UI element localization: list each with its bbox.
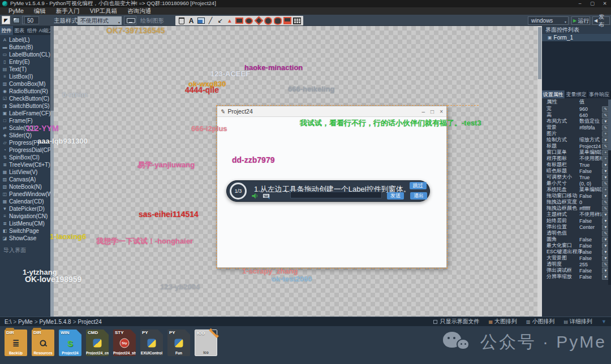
menu-item-1[interactable]: 编辑 [29,7,51,15]
property-value[interactable]: 255 [579,262,601,267]
publish-button[interactable]: ◀ 发布 [592,16,610,25]
theme-style-select[interactable]: 不使用样式 ▾ [78,16,122,25]
widget-item-14[interactable]: ▱Progress(P) [0,139,50,146]
widget-item-1[interactable]: ▬Button(B) [0,44,50,51]
collapse-caret-icon[interactable]: ▼ [601,319,606,324]
ellipse-icon[interactable] [245,17,253,25]
breadcrumb-item-2[interactable]: PyMe1.5.4.8 [39,319,71,325]
property-value[interactable]: False [579,255,601,261]
triangle-icon[interactable]: ▲ [226,17,234,25]
widget-item-17[interactable]: ≣TreeView(Ctl+T) [0,161,50,168]
cylinder-icon[interactable] [274,17,282,25]
properties-tab-1[interactable]: 变量绑定 [565,90,588,98]
widget-item-7[interactable]: ◉RadioButton(R) [0,88,50,95]
widget-item-10[interactable]: ▣LabelFrame(CF) [0,110,50,117]
properties-tab-0[interactable]: 设置属性 [542,90,565,98]
widget-item-4[interactable]: ▤Text(T) [0,66,50,73]
file-Fun[interactable]: PYFun [167,330,190,356]
canvas-vertical-scrollbar[interactable] [537,26,542,317]
properties-scrollbar[interactable] [608,98,611,285]
property-value[interactable]: False [579,243,601,249]
file-ico[interactable]: ICOico [195,330,217,356]
properties-tab-2[interactable]: 事件响应 [588,90,611,98]
keyboard-icon[interactable] [263,192,270,199]
maximize-button[interactable]: ▢ [586,0,599,7]
file-EXUIControl[interactable]: PYEXUIControl [140,330,163,356]
property-value[interactable]: False [579,168,601,174]
property-value[interactable]: False [579,218,601,224]
grid-icon[interactable] [293,17,301,25]
property-value[interactable]: False [579,268,601,274]
widget-item-26[interactable]: ◧SwitchPage [0,227,50,235]
property-value[interactable]: 缩放方式 [579,136,601,144]
property-value[interactable]: 数值定位 [579,118,601,125]
menu-item-4[interactable]: 咨询沟通 [122,7,156,15]
widget-item-0[interactable]: ALabel(L) [0,36,50,44]
property-value[interactable]: True [579,162,601,168]
widget-item-6[interactable]: ▥ComboBox(M) [0,80,50,88]
skip-button[interactable]: 跳过 [410,182,427,189]
run-button[interactable]: ▶ 运行 [571,16,590,25]
property-value[interactable]: False [579,193,601,199]
property-value[interactable]: #ffffff [579,206,601,211]
view-option-0[interactable]: ▦大图排列 [488,318,517,326]
breadcrumb-item-1[interactable]: PyMe [18,319,33,325]
trash-icon[interactable] [178,17,186,25]
file-Project24_sty[interactable]: STYStyProject24_sty [113,330,136,356]
rect-icon[interactable] [235,17,243,25]
property-value[interactable]: False [579,237,601,242]
labelbox-icon[interactable] [283,17,291,25]
widget-item-15[interactable]: ◔ProgressDial(CP) [0,146,50,154]
image-icon[interactable] [197,17,205,25]
speaker-icon[interactable] [251,192,259,199]
widget-item-12[interactable]: ⇄Scale(CQ) [0,124,50,132]
property-value[interactable]: False [579,274,601,280]
sidebar-scrollbar[interactable] [50,26,54,317]
filter-ui-files-checkbox[interactable]: 只显示界面文件 [433,318,479,326]
exit-button[interactable]: 退出 [410,192,427,200]
property-value[interactable]: (0, 0) [579,181,601,187]
widget-item-8[interactable]: ☑CheckButton(C) [0,95,50,102]
property-value[interactable]: Center [579,224,601,230]
menu-item-2[interactable]: 新手入门 [51,7,85,15]
menu-item-0[interactable]: PyMe [3,7,29,15]
file-Project24[interactable]: WINSProject24 [59,330,81,356]
widget-item-25[interactable]: ≣ListMenu(CM) [0,220,50,227]
widget-item-27[interactable]: ◪ShowCase [0,235,50,242]
send-button[interactable]: 发送 [387,192,404,200]
widget-item-9[interactable]: ◨SwitchButton(S) [0,102,50,110]
menu-item-3[interactable]: VIP工具箱 [85,7,122,15]
property-value[interactable]: 不使用样式 [579,211,601,218]
widget-item-16[interactable]: ⇅SpinBox(CI) [0,154,50,161]
property-value[interactable]: 0 [579,200,601,205]
property-value[interactable]: 菜单编辑区 [579,186,601,193]
arrow-icon[interactable]: ↙ [216,17,224,25]
widget-item-22[interactable]: ▦Calendar(CD) [0,198,50,205]
view-option-1[interactable]: ▥小图排列 [526,318,555,326]
diamond-icon[interactable] [255,17,263,25]
sidebar-tab-2[interactable]: 组件 [26,26,39,35]
dialog-close-button[interactable]: × [440,106,443,117]
tree-item-form1[interactable]: ▣ Form_1 [542,34,611,41]
target-platform-select[interactable]: windows ▾ [528,16,569,25]
form-designer-dialog[interactable]: ✎ Project24 –□× 1/3 1.从左边工具条拖动创建一个Label控… [217,106,447,268]
widget-item-11[interactable]: □Frame(F) [0,117,50,124]
breadcrumb-item-0[interactable]: E:\ [5,319,11,325]
cursor-icon[interactable]: ◤ [2,16,10,24]
breadcrumb-item-3[interactable]: Project24 [78,319,101,325]
property-value[interactable]: #f8f9fa [579,125,601,131]
file-BackUp[interactable]: DIR≣BackUp [5,330,27,356]
widget-item-5[interactable]: ≡ListBox(I) [0,73,50,80]
widget-item-21[interactable]: ◫PanedWindow(W) [0,190,50,198]
dialog-maximize-button[interactable]: □ [431,106,434,117]
minimize-button[interactable]: – [574,0,586,7]
property-value[interactable]: 960 [579,106,601,112]
line-icon[interactable]: ╱ [206,17,214,25]
property-value[interactable]: Project24 [579,144,601,149]
widget-item-19[interactable]: ▨Canvas(A) [0,176,50,183]
widget-item-23[interactable]: ▼DatePicker(D) [0,205,50,213]
tutorial-chat-input[interactable] [290,192,382,198]
file-Project24_cn[interactable]: CMDProject24_cn [86,330,109,356]
circle-icon[interactable] [264,17,272,25]
picture-icon[interactable] [12,16,20,24]
